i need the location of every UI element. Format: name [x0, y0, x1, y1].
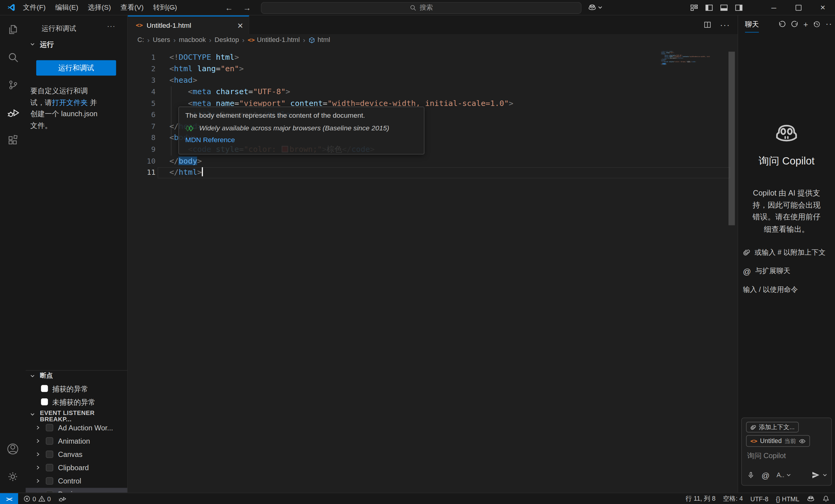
split-editor-icon[interactable]	[704, 21, 711, 29]
chat-history-icon[interactable]	[813, 20, 820, 28]
customize-layout-icon[interactable]	[690, 3, 698, 11]
minimize-button[interactable]: ─	[761, 0, 786, 15]
file-chip-label: Untitled	[760, 437, 782, 445]
minimap[interactable]: <!DOCTYPE html><html lang="en"><head> <m…	[661, 51, 710, 66]
indentation[interactable]: 空格: 4	[723, 495, 743, 503]
event-listener-row[interactable]: Animation	[26, 435, 128, 448]
search-placeholder: 搜索	[420, 3, 433, 13]
chevron-right-icon[interactable]	[36, 465, 40, 469]
run-section-header[interactable]: 运行	[40, 40, 54, 49]
problems-status[interactable]: 0 0	[23, 493, 66, 504]
checkbox[interactable]	[46, 424, 54, 431]
breadcrumb-item[interactable]: macbook	[179, 36, 206, 44]
open-folder-link[interactable]: 打开文件夹	[52, 98, 88, 106]
event-listener-row[interactable]: Ad Auction Wor...	[26, 421, 128, 435]
language-mode[interactable]: {} HTML	[776, 495, 799, 503]
breadcrumb-item[interactable]: C:	[137, 36, 144, 44]
undo-icon[interactable]	[778, 20, 786, 28]
breadcrumb-file[interactable]: <>Untitled-1.html	[248, 36, 300, 44]
copilot-status-icon[interactable]	[807, 495, 814, 503]
checkbox[interactable]	[46, 450, 54, 458]
command-center-search[interactable]: 搜索	[261, 2, 582, 14]
menu-item[interactable]: 选择(S)	[83, 3, 116, 13]
maximize-button[interactable]	[786, 0, 811, 15]
breakpoints-section-header[interactable]: 断点	[40, 371, 53, 380]
breadcrumb-symbol[interactable]: html	[308, 36, 330, 44]
toggle-panel-icon[interactable]	[720, 3, 728, 11]
breakpoint-row[interactable]: 捕获的异常	[26, 382, 128, 396]
breadcrumb-item[interactable]: Desktop	[215, 36, 239, 44]
event-listener-row[interactable]: Device	[26, 488, 128, 492]
chat-input-placeholder[interactable]: 询问 Copilot	[747, 451, 786, 461]
debug-start-icon[interactable]	[58, 495, 66, 503]
breadcrumb-item[interactable]: Users	[153, 36, 170, 44]
chevron-right-icon[interactable]	[36, 452, 40, 456]
chat-more-icon[interactable]: ··	[826, 19, 832, 29]
chevron-right-icon[interactable]	[36, 439, 40, 443]
cursor-position[interactable]: 行 11, 列 8	[685, 495, 715, 503]
menu-item[interactable]: 编辑(E)	[50, 3, 83, 13]
event-listener-row[interactable]: Control	[26, 475, 128, 488]
tab-close-icon[interactable]: ✕	[237, 21, 244, 29]
code-editor[interactable]: 1<!DOCTYPE html>2<html lang="en">3<head>…	[128, 46, 738, 493]
menu-item[interactable]: 查看(V)	[116, 3, 148, 13]
source-control-icon[interactable]	[0, 71, 26, 99]
checkbox[interactable]	[46, 437, 54, 445]
event-listener-row[interactable]: Clipboard	[26, 461, 128, 475]
chevron-right-icon[interactable]	[36, 479, 40, 483]
mode-picker[interactable]: A..	[776, 471, 791, 479]
chevron-right-icon[interactable]	[36, 425, 40, 430]
tab-untitled-1-html[interactable]: <> Untitled-1.html ✕	[128, 15, 249, 34]
checkbox[interactable]	[46, 490, 54, 492]
menu-item[interactable]: 文件(F)	[18, 3, 50, 13]
code-line[interactable]: 3<head>	[128, 75, 514, 86]
current-file-chip[interactable]: <> Untitled 当前	[746, 435, 810, 447]
encoding[interactable]: UTF-8	[750, 495, 768, 503]
checkbox[interactable]	[46, 477, 54, 485]
mdn-reference-link[interactable]: MDN Reference	[185, 136, 418, 144]
run-and-debug-icon[interactable]	[0, 98, 26, 126]
mention-icon[interactable]: @	[761, 470, 770, 480]
code-line[interactable]: 2<html lang="en">	[128, 63, 514, 75]
remote-indicator[interactable]: ><	[0, 493, 18, 504]
checkbox[interactable]	[46, 464, 54, 471]
editor-more-icon[interactable]: ···	[720, 20, 730, 29]
code-line[interactable]: 11</html>	[128, 167, 514, 178]
extensions-icon[interactable]	[0, 126, 26, 154]
checkbox[interactable]	[41, 398, 48, 405]
eye-icon[interactable]	[799, 438, 806, 445]
checkbox[interactable]	[41, 385, 48, 392]
code-line[interactable]: 4 <meta charset="UTF-8">	[128, 86, 514, 98]
redo-icon[interactable]	[791, 20, 798, 28]
toggle-primary-sidebar-icon[interactable]	[705, 3, 713, 11]
nav-forward-icon[interactable]: →	[239, 0, 255, 15]
nav-back-icon[interactable]: ←	[221, 0, 237, 15]
settings-gear-icon[interactable]	[0, 463, 26, 490]
copilot-menu-button[interactable]	[588, 0, 602, 15]
microphone-icon[interactable]	[747, 471, 755, 479]
run-and-debug-button[interactable]: 运行和调试	[36, 60, 116, 76]
search-sidebar-icon[interactable]	[0, 43, 26, 71]
close-button[interactable]: ×	[811, 0, 835, 15]
code-line-text: <html lang="en">	[169, 64, 244, 73]
add-context-button[interactable]: 添加上下文...	[746, 422, 799, 432]
account-icon[interactable]	[0, 435, 26, 463]
send-button[interactable]	[812, 471, 827, 479]
hint-text: 与扩展聊天	[755, 266, 790, 276]
sidebar-more-icon[interactable]: ···	[107, 22, 116, 29]
breakpoint-row[interactable]: 未捕获的异常	[26, 396, 128, 409]
new-chat-icon[interactable]: +	[803, 19, 808, 28]
notifications-bell-icon[interactable]	[822, 495, 830, 503]
chat-input-box[interactable]: 添加上下文... <> Untitled 当前 询问 Copilot @ A..	[741, 417, 832, 486]
toggle-secondary-sidebar-icon[interactable]	[735, 3, 743, 11]
code-line[interactable]: 10</body>	[128, 156, 514, 167]
code-line[interactable]: 1<!DOCTYPE html>	[128, 52, 514, 63]
event-listener-row[interactable]: Canvas	[26, 448, 128, 461]
hover-description: The body element represents the content …	[185, 112, 418, 119]
menu-more-icon[interactable]: ···	[163, 0, 181, 15]
vertical-scrollbar[interactable]	[729, 52, 735, 225]
explorer-icon[interactable]	[0, 15, 26, 43]
event-listener-breakpoints-header[interactable]: EVENT LISTENER BREAKP...	[40, 409, 127, 422]
tab-label: Untitled-1.html	[147, 21, 191, 29]
chat-tab[interactable]: 聊天	[745, 20, 759, 32]
